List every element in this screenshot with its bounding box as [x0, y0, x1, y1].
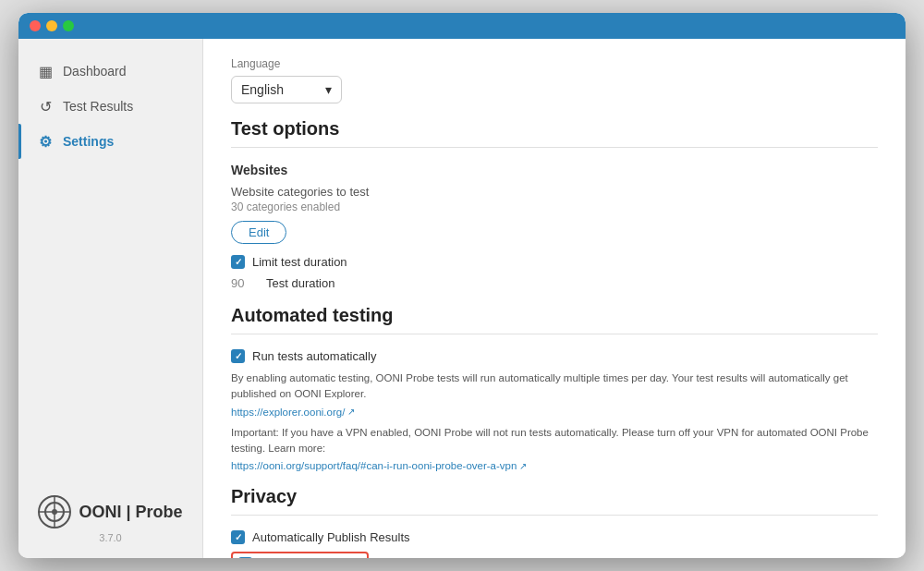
sidebar: ▦ Dashboard ↺ Test Results ⚙ Settings [18, 39, 203, 558]
privacy-title: Privacy [231, 486, 878, 507]
divider-2 [231, 334, 878, 334]
auto-test-info1: By enabling automatic testing, OONI Prob… [231, 371, 878, 403]
language-label: Language [231, 57, 878, 70]
minimize-button[interactable] [46, 20, 57, 31]
send-crash-reports-row: Send crash reports [231, 552, 369, 558]
sidebar-item-dashboard[interactable]: ▦ Dashboard [18, 54, 202, 89]
auto-publish-row: Automatically Publish Results [231, 530, 878, 544]
auto-test-info2: Important: If you have a VPN enabled, OO… [231, 425, 878, 457]
ooni-logo-svg [38, 495, 71, 528]
auto-publish-label: Automatically Publish Results [252, 530, 410, 544]
traffic-lights [30, 20, 74, 31]
content-area: ▦ Dashboard ↺ Test Results ⚙ Settings [18, 39, 906, 558]
sidebar-item-test-results[interactable]: ↺ Test Results [18, 89, 202, 124]
maximize-button[interactable] [63, 20, 74, 31]
send-crash-checkbox[interactable] [238, 557, 252, 558]
automated-testing-title: Automated testing [231, 305, 878, 326]
limit-test-duration-label: Limit test duration [252, 255, 347, 269]
test-duration-row: 90 Test duration [231, 276, 878, 290]
limit-test-duration-row: Limit test duration [231, 255, 878, 269]
sidebar-version: 3.7.0 [99, 532, 121, 543]
language-dropdown[interactable]: English ▾ [231, 76, 342, 103]
dashboard-icon: ▦ [37, 63, 54, 79]
test-options-section: Test options Websites Website categories… [231, 118, 878, 290]
test-options-title: Test options [231, 118, 878, 140]
title-bar [18, 13, 906, 39]
test-duration-value: 90 [231, 276, 253, 290]
auto-publish-checkbox[interactable] [231, 530, 245, 544]
automated-testing-section: Automated testing Run tests automaticall… [231, 305, 878, 471]
websites-subtitle: Websites [231, 163, 878, 177]
send-crash-label: Send crash reports [260, 557, 361, 558]
sidebar-footer: OONI | Probe 3.7.0 [18, 495, 202, 543]
language-section: Language English ▾ [231, 57, 878, 103]
auto-test-link2[interactable]: https://ooni.org/support/faq/#can-i-run-… [231, 460, 878, 471]
auto-test-link1[interactable]: https://explorer.ooni.org/ ↗ [231, 407, 878, 418]
run-tests-automatically-checkbox[interactable] [231, 349, 245, 363]
test-results-icon: ↺ [37, 98, 54, 115]
sidebar-label-dashboard: Dashboard [63, 64, 127, 79]
limit-test-duration-checkbox[interactable] [231, 255, 245, 269]
external-link-icon-2: ↗ [519, 461, 527, 471]
privacy-section: Privacy Automatically Publish Results Se… [231, 486, 878, 558]
website-categories-label: Website categories to test [231, 185, 878, 199]
language-value: English [241, 82, 284, 97]
ooni-logo: OONI | Probe [38, 495, 182, 528]
test-duration-label: Test duration [266, 276, 334, 290]
divider-3 [231, 515, 878, 516]
sidebar-label-test-results: Test Results [63, 99, 133, 114]
ooni-logo-text: OONI | Probe [79, 503, 182, 522]
settings-icon: ⚙ [37, 133, 54, 150]
close-button[interactable] [30, 20, 41, 31]
run-tests-automatically-label: Run tests automatically [252, 349, 376, 363]
edit-button[interactable]: Edit [231, 221, 286, 244]
app-window: ▦ Dashboard ↺ Test Results ⚙ Settings [18, 13, 906, 558]
auto-test-link1-text: https://explorer.ooni.org/ [231, 407, 345, 418]
sidebar-item-settings[interactable]: ⚙ Settings [18, 124, 202, 159]
website-categories-value: 30 categories enabled [231, 200, 878, 213]
sidebar-label-settings: Settings [63, 134, 114, 149]
run-tests-automatically-row: Run tests automatically [231, 349, 878, 363]
language-dropdown-arrow: ▾ [325, 82, 332, 97]
external-link-icon-1: ↗ [347, 407, 355, 417]
divider-1 [231, 147, 878, 148]
auto-test-link2-text: https://ooni.org/support/faq/#can-i-run-… [231, 460, 517, 471]
main-content: Language English ▾ Test options Websites… [203, 39, 906, 558]
